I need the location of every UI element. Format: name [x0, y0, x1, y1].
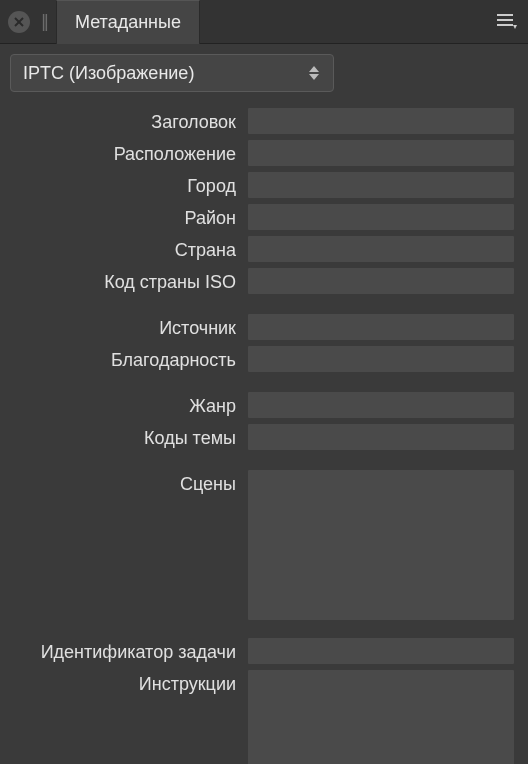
field-label: Расположение [8, 140, 248, 168]
form-row: Код страны ISO [8, 268, 514, 296]
field-group: ЗаголовокРасположениеГородРайонСтранаКод… [8, 108, 514, 300]
form-row: Расположение [8, 140, 514, 168]
field-input[interactable] [248, 346, 514, 372]
field-group: ЖанрКоды темы [8, 392, 514, 456]
field-input[interactable] [248, 268, 514, 294]
field-label: Город [8, 172, 248, 200]
field-label: Код страны ISO [8, 268, 248, 296]
tab-label: Метаданные [75, 12, 181, 33]
field-input[interactable] [248, 172, 514, 198]
form-row: Коды темы [8, 424, 514, 452]
close-icon[interactable] [8, 11, 30, 33]
field-label: Жанр [8, 392, 248, 420]
field-label: Сцены [8, 470, 248, 498]
field-input[interactable] [248, 638, 514, 664]
field-label: Коды темы [8, 424, 248, 452]
dropdown-row: IPTC (Изображение) [0, 44, 528, 104]
panel-header: || Метаданные [0, 0, 528, 44]
field-input[interactable] [248, 470, 514, 620]
field-input[interactable] [248, 140, 514, 166]
tab-metadata[interactable]: Метаданные [56, 0, 200, 44]
field-input[interactable] [248, 314, 514, 340]
field-group: Сцены [8, 470, 514, 624]
form-row: Заголовок [8, 108, 514, 136]
field-label: Инструкции [8, 670, 248, 698]
field-input[interactable] [248, 392, 514, 418]
field-label: Район [8, 204, 248, 232]
field-input[interactable] [248, 236, 514, 262]
field-group: Идентификатор задачиИнструкции [8, 638, 514, 764]
form-row: Сцены [8, 470, 514, 620]
field-input[interactable] [248, 108, 514, 134]
field-group: ИсточникБлагодарность [8, 314, 514, 378]
dropdown-stepper-icon [309, 55, 323, 91]
svg-marker-5 [513, 25, 517, 29]
metadata-set-dropdown[interactable]: IPTC (Изображение) [10, 54, 334, 92]
drag-handle-icon[interactable]: || [40, 11, 48, 32]
field-input[interactable] [248, 204, 514, 230]
form-row: Инструкции [8, 670, 514, 764]
form-row: Город [8, 172, 514, 200]
field-label: Благодарность [8, 346, 248, 374]
form-row: Страна [8, 236, 514, 264]
field-label: Заголовок [8, 108, 248, 136]
field-input[interactable] [248, 670, 514, 764]
dropdown-selected-label: IPTC (Изображение) [23, 63, 194, 84]
svg-marker-7 [309, 74, 319, 80]
list-menu-icon[interactable] [496, 10, 518, 32]
form-row: Идентификатор задачи [8, 638, 514, 666]
form-row: Благодарность [8, 346, 514, 374]
field-label: Источник [8, 314, 248, 342]
form-row: Район [8, 204, 514, 232]
metadata-form: ЗаголовокРасположениеГородРайонСтранаКод… [0, 104, 528, 764]
field-label: Страна [8, 236, 248, 264]
form-row: Жанр [8, 392, 514, 420]
field-input[interactable] [248, 424, 514, 450]
field-label: Идентификатор задачи [8, 638, 248, 666]
form-row: Источник [8, 314, 514, 342]
svg-marker-6 [309, 66, 319, 72]
